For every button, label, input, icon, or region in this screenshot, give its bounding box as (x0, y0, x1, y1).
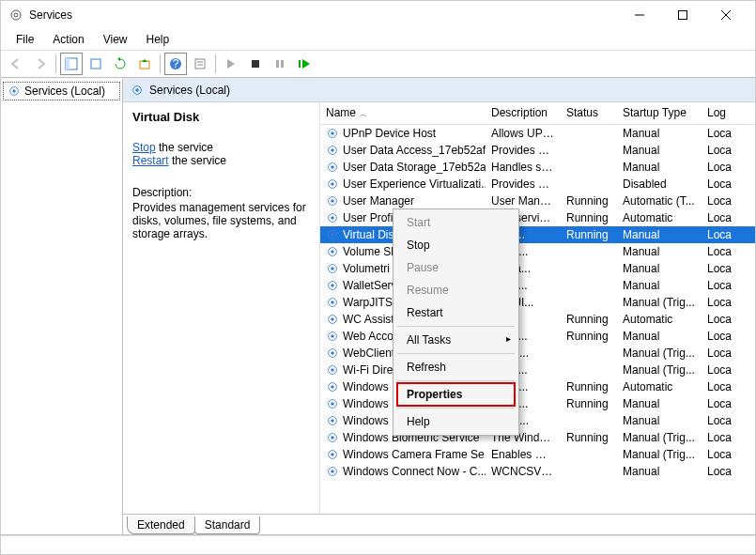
menu-action[interactable]: Action (45, 31, 91, 48)
service-row[interactable]: User Experience Virtualizati...Provides … (320, 176, 755, 193)
service-row[interactable]: Windowses Wi...ManualLoca (320, 412, 755, 429)
services-app-icon (8, 8, 23, 23)
ctx-stop[interactable]: Stop (393, 234, 518, 256)
service-startup-cell: Manual (617, 262, 702, 275)
service-name-cell: Windows Connect Now - C... (343, 465, 486, 478)
service-row[interactable]: Volume Shes an...ManualLoca (320, 243, 755, 260)
service-row[interactable]: Web Accorvice ...RunningManualLoca (320, 328, 755, 345)
ctx-refresh[interactable]: Refresh (393, 356, 518, 378)
service-row[interactable]: WC Assistare ...RunningAutomaticLoca (320, 311, 755, 328)
gear-icon (131, 84, 144, 97)
svg-point-38 (331, 250, 334, 254)
svg-rect-16 (276, 60, 279, 68)
list-header: Name︿ Description Status Startup Type Lo… (320, 102, 755, 125)
service-logon-cell: Loca (702, 296, 739, 309)
svg-point-0 (11, 10, 21, 20)
service-row[interactable]: UPnP Device HostAllows UPn...ManualLoca (320, 125, 755, 142)
gear-icon (326, 397, 339, 410)
column-header-name[interactable]: Name︿ (320, 102, 486, 124)
svg-point-20 (12, 89, 16, 93)
service-row[interactable]: Windows Connect Now - C...WCNCSVC ...Man… (320, 463, 755, 480)
service-row[interactable]: Windows Camera Frame Se...Enables mul...… (320, 446, 755, 463)
column-header-logon[interactable]: Log (702, 102, 739, 124)
export-button[interactable] (133, 53, 156, 75)
menu-view[interactable]: View (96, 31, 135, 48)
refresh-button[interactable] (109, 53, 131, 75)
ctx-properties[interactable]: Properties (396, 382, 516, 407)
service-row[interactable]: Virtual Diskes m...RunningManualLoca (320, 226, 755, 243)
service-row[interactable]: WarpJITSves a JI...Manual (Trig...Loca (320, 294, 755, 311)
service-row[interactable]: User ManagerUser Manag...RunningAutomati… (320, 193, 755, 209)
help-button[interactable]: ? (164, 53, 187, 75)
svg-rect-8 (91, 59, 100, 69)
stop-service-link[interactable]: Stop (132, 141, 156, 154)
service-startup-cell: Disabled (617, 177, 702, 191)
service-row[interactable]: User Data Access_17eb52afProvides ap...M… (320, 142, 755, 159)
svg-point-60 (331, 436, 334, 439)
service-row[interactable]: WebClients Win...Manual (Trig...Loca (320, 345, 755, 362)
toolbar: ? (1, 50, 755, 78)
ctx-help[interactable]: Help (393, 410, 518, 433)
service-startup-cell: Manual (Trig... (617, 431, 702, 444)
service-row[interactable]: User Data Storage_17eb52afHandles sto...… (320, 159, 755, 176)
list-body[interactable]: UPnP Device HostAllows UPn...ManualLocaU… (320, 125, 755, 514)
tabs-row: Extended Standard (123, 514, 755, 534)
restart-service-button[interactable] (293, 53, 316, 75)
service-startup-cell: Manual (617, 279, 702, 292)
svg-point-46 (331, 317, 334, 321)
service-name-cell: Virtual Disk (343, 228, 399, 241)
show-hide-tree-button[interactable] (60, 53, 83, 75)
service-row[interactable]: Windowses au...RunningManualLoca (320, 395, 755, 412)
tab-extended[interactable]: Extended (127, 516, 195, 534)
service-name-cell: Windows (343, 414, 389, 427)
service-row[interactable]: WalletServobjec...ManualLoca (320, 277, 755, 294)
column-header-startup[interactable]: Startup Type (617, 102, 702, 124)
svg-point-28 (331, 165, 334, 169)
properties-toolbar-button[interactable] (189, 53, 211, 75)
service-row[interactable]: Windowses au...RunningAutomaticLoca (320, 378, 755, 395)
tree-item-services-local[interactable]: Services (Local) (3, 82, 120, 100)
service-name-cell: Volume Sh (343, 245, 397, 258)
svg-point-54 (331, 385, 334, 389)
ctx-separator (397, 326, 515, 327)
svg-point-62 (331, 453, 334, 456)
service-startup-cell: Manual (617, 144, 702, 157)
svg-rect-7 (66, 58, 69, 69)
ctx-separator (397, 380, 515, 381)
menu-help[interactable]: Help (139, 31, 177, 48)
gear-icon (326, 363, 339, 377)
service-row[interactable]: Windows Biometric ServiceThe Windo...Run… (320, 429, 755, 446)
service-row[interactable]: Volumetrispatia...ManualLoca (320, 260, 755, 277)
tab-standard[interactable]: Standard (194, 516, 261, 534)
maximize-button[interactable] (661, 1, 704, 29)
column-header-status[interactable]: Status (561, 102, 617, 124)
gear-icon (326, 431, 339, 444)
gear-icon (326, 296, 339, 309)
service-status-cell: Running (561, 431, 617, 444)
service-startup-cell: Manual (617, 161, 702, 174)
service-logon-cell: Loca (702, 177, 739, 191)
minimize-button[interactable] (618, 1, 661, 29)
svg-point-22 (135, 88, 139, 92)
service-logon-cell: Loca (702, 194, 739, 208)
ctx-restart[interactable]: Restart (393, 301, 518, 324)
close-button[interactable] (704, 1, 748, 29)
svg-point-64 (331, 470, 334, 473)
service-startup-cell: Manual (617, 245, 702, 258)
service-row[interactable]: User Profile ServiceThis service ...Runn… (320, 209, 755, 226)
menu-file[interactable]: File (8, 31, 41, 48)
stop-service-button[interactable] (244, 53, 267, 75)
service-logon-cell: Loca (702, 347, 739, 360)
ctx-all-tasks[interactable]: All Tasks (393, 329, 518, 351)
tree-pane: Services (Local) (1, 78, 123, 534)
restart-service-link[interactable]: Restart (132, 154, 169, 167)
restart-link-row: Restart the service (132, 154, 310, 167)
service-name-cell: Wi-Fi Dire (343, 363, 393, 377)
pause-service-button (269, 53, 291, 75)
gear-icon (326, 313, 339, 326)
export-list-button[interactable] (85, 53, 107, 75)
service-row[interactable]: Wi-Fi Direes co...Manual (Trig...Loca (320, 362, 755, 378)
svg-point-42 (331, 284, 334, 287)
ctx-separator (397, 408, 515, 409)
column-header-description[interactable]: Description (486, 102, 561, 124)
